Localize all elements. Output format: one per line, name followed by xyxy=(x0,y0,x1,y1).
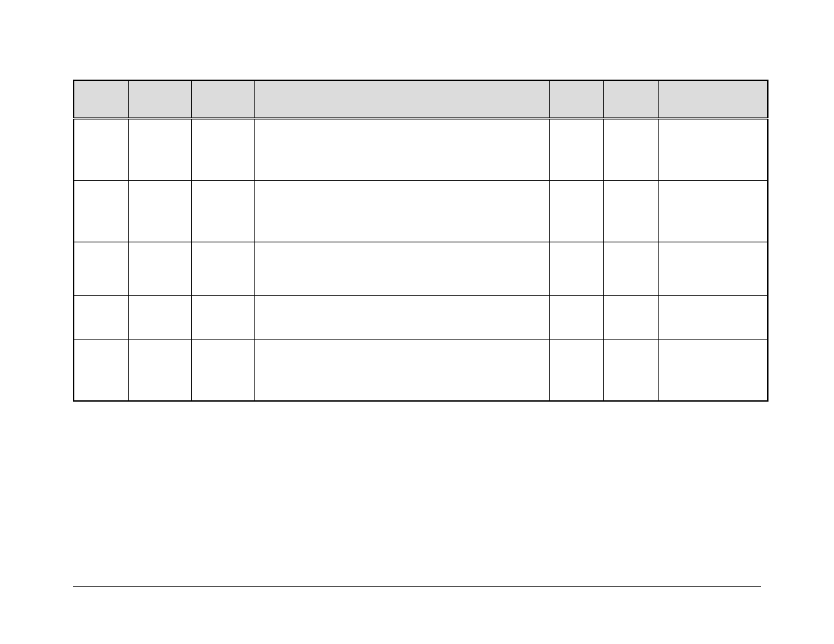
table-cell xyxy=(550,296,604,340)
table-cell xyxy=(192,119,255,181)
table-cell xyxy=(74,296,129,340)
table-cell xyxy=(603,340,658,402)
table-cell xyxy=(254,242,549,296)
table-header-cell xyxy=(74,80,129,119)
table-row xyxy=(74,340,768,402)
table-cell xyxy=(129,119,192,181)
footer-divider xyxy=(73,586,761,587)
table-cell xyxy=(192,340,255,402)
table-cell xyxy=(192,242,255,296)
table-cell xyxy=(192,181,255,242)
table-header-cell xyxy=(254,80,549,119)
table-header-cell xyxy=(129,80,192,119)
table-header-cell xyxy=(603,80,658,119)
table-row xyxy=(74,181,768,242)
table-cell xyxy=(254,119,549,181)
table-cell xyxy=(658,242,768,296)
table-cell xyxy=(603,242,658,296)
table-cell xyxy=(74,181,129,242)
table-cell xyxy=(254,340,549,402)
table-header-cell xyxy=(550,80,604,119)
table-cell xyxy=(74,119,129,181)
table-cell xyxy=(550,119,604,181)
table-cell xyxy=(603,296,658,340)
table-cell xyxy=(658,340,768,402)
table-cell xyxy=(254,296,549,340)
table-cell xyxy=(129,242,192,296)
table-cell xyxy=(603,119,658,181)
table-header-row xyxy=(74,80,768,119)
data-table xyxy=(73,80,768,402)
table-cell xyxy=(550,242,604,296)
table-cell xyxy=(192,296,255,340)
table-cell xyxy=(550,181,604,242)
table-cell xyxy=(74,242,129,296)
table-row xyxy=(74,119,768,181)
table-cell xyxy=(129,340,192,402)
table-header-cell xyxy=(658,80,768,119)
table-cell xyxy=(658,296,768,340)
table-cell xyxy=(74,340,129,402)
table-container xyxy=(73,80,768,402)
table-row xyxy=(74,242,768,296)
table-cell xyxy=(129,296,192,340)
table-cell xyxy=(550,340,604,402)
table-header-cell xyxy=(192,80,255,119)
table-cell xyxy=(254,181,549,242)
page xyxy=(0,0,834,644)
table-cell xyxy=(658,181,768,242)
table-cell xyxy=(603,181,658,242)
table-cell xyxy=(129,181,192,242)
table-row xyxy=(74,296,768,340)
table-cell xyxy=(658,119,768,181)
